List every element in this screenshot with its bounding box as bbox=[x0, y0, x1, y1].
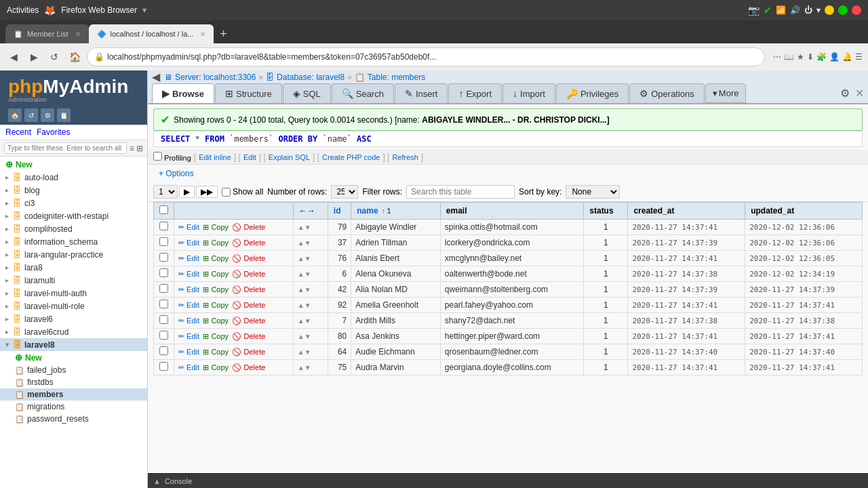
row-checkbox[interactable] bbox=[159, 237, 168, 246]
sidebar-item-new[interactable]: ⊕New bbox=[0, 158, 147, 171]
profiling-checkbox-label[interactable]: Profiling bbox=[153, 152, 191, 162]
page-next-button[interactable]: ▶ bbox=[179, 186, 195, 198]
delete-row-button[interactable]: 🚫 Delete bbox=[232, 332, 265, 341]
sidebar-item-laravel8-new[interactable]: ⊕New bbox=[0, 351, 147, 364]
row-checkbox[interactable] bbox=[159, 315, 168, 324]
breadcrumb-table[interactable]: Table: members bbox=[368, 73, 425, 82]
delete-row-button[interactable]: 🚫 Delete bbox=[232, 363, 265, 372]
page-select[interactable]: 1 bbox=[153, 185, 178, 199]
sidebar-item-failed_jobs[interactable]: 📋failed_jobs bbox=[0, 364, 147, 376]
sidebar-item-information_schema[interactable]: ▸🗄information_schema bbox=[0, 235, 147, 248]
pma-reload-icon[interactable]: ↺ bbox=[24, 108, 38, 122]
copy-row-button[interactable]: ⊞ Copy bbox=[203, 270, 229, 279]
sidebar-item-ci3[interactable]: ▸🗄ci3 bbox=[0, 197, 147, 209]
reader-icon[interactable]: 📖 bbox=[784, 52, 794, 62]
edit-row-button[interactable]: ✏ Edit bbox=[178, 285, 199, 294]
delete-row-button[interactable]: 🚫 Delete bbox=[232, 270, 265, 279]
sidebar-filter-input[interactable] bbox=[4, 142, 127, 154]
titlebar-dropdown-icon[interactable]: ▾ bbox=[142, 5, 146, 15]
row-checkbox[interactable] bbox=[159, 222, 168, 230]
options-link[interactable]: + Options bbox=[153, 166, 199, 181]
breadcrumb-database[interactable]: Database: laravel8 bbox=[277, 73, 344, 82]
rows-select[interactable]: 25 bbox=[331, 185, 358, 199]
alert-icon[interactable]: 🔔 bbox=[842, 52, 852, 62]
sidebar-item-password_resets[interactable]: 📋password_resets bbox=[0, 413, 147, 425]
create-php-link[interactable]: Create PHP code bbox=[322, 153, 380, 161]
tab-import[interactable]: ↓Import bbox=[502, 83, 555, 103]
sort-select[interactable]: None bbox=[566, 185, 620, 199]
copy-row-button[interactable]: ⊞ Copy bbox=[203, 332, 229, 341]
sidebar-item-laravel6crud[interactable]: ▸🗄laravel6crud bbox=[0, 325, 147, 338]
copy-row-button[interactable]: ⊞ Copy bbox=[203, 239, 229, 247]
nav-back-icon[interactable]: ◀ bbox=[152, 70, 160, 83]
pma-home-icon[interactable]: 🏠 bbox=[8, 108, 22, 122]
sidebar-expand-icon[interactable]: ⊞ bbox=[136, 144, 143, 153]
explain-sql-link[interactable]: Explain SQL bbox=[269, 153, 310, 161]
edit-row-button[interactable]: ✏ Edit bbox=[178, 332, 199, 341]
edit-row-button[interactable]: ✏ Edit bbox=[178, 348, 199, 357]
titlebar-close-icon[interactable] bbox=[852, 5, 861, 15]
titlebar-maximize-icon[interactable] bbox=[838, 5, 848, 15]
breadcrumb-server[interactable]: Server: localhost:3306 bbox=[175, 73, 256, 82]
delete-row-button[interactable]: 🚫 Delete bbox=[232, 223, 265, 232]
row-checkbox[interactable] bbox=[159, 346, 168, 355]
recent-link[interactable]: Recent bbox=[5, 127, 31, 137]
edit-row-button[interactable]: ✏ Edit bbox=[178, 254, 199, 263]
tab2-close-icon[interactable]: ✕ bbox=[200, 30, 205, 38]
row-checkbox[interactable] bbox=[159, 284, 168, 293]
tab-browse[interactable]: ▶Browse bbox=[152, 83, 214, 103]
reload-button[interactable]: ↺ bbox=[46, 49, 62, 65]
sidebar-item-auto-load[interactable]: ▸🗄auto-load bbox=[0, 171, 147, 184]
delete-row-button[interactable]: 🚫 Delete bbox=[232, 285, 265, 294]
copy-row-button[interactable]: ⊞ Copy bbox=[203, 348, 229, 357]
pma-log-icon[interactable]: 📋 bbox=[57, 108, 71, 122]
th-id[interactable]: id bbox=[328, 203, 351, 220]
tab-operations[interactable]: ⚙Operations bbox=[629, 83, 705, 103]
sidebar-item-blog[interactable]: ▸🗄blog bbox=[0, 184, 147, 197]
sidebar-item-laravel8[interactable]: ▾🗄laravel8 bbox=[0, 338, 147, 351]
sidebar-item-firstdbs[interactable]: 📋firstdbs bbox=[0, 376, 147, 388]
copy-row-button[interactable]: ⊞ Copy bbox=[203, 223, 229, 232]
edit-row-button[interactable]: ✏ Edit bbox=[178, 363, 199, 372]
copy-row-button[interactable]: ⊞ Copy bbox=[203, 317, 229, 325]
tab-more[interactable]: ▾More bbox=[705, 83, 747, 103]
filter-rows-input[interactable] bbox=[406, 185, 515, 199]
sidebar-item-laramulti[interactable]: ▸🗄laramulti bbox=[0, 274, 147, 287]
copy-row-button[interactable]: ⊞ Copy bbox=[203, 301, 229, 310]
edit-row-button[interactable]: ✏ Edit bbox=[178, 223, 199, 232]
copy-row-button[interactable]: ⊞ Copy bbox=[203, 254, 229, 263]
favorites-link[interactable]: Favorites bbox=[37, 127, 70, 137]
profile-icon[interactable]: 👤 bbox=[829, 52, 840, 62]
home-button[interactable]: 🏠 bbox=[66, 49, 83, 65]
console-toggle-icon[interactable]: ▲ bbox=[153, 477, 161, 485]
refresh-link[interactable]: Refresh bbox=[392, 153, 418, 161]
delete-row-button[interactable]: 🚫 Delete bbox=[232, 317, 265, 325]
delete-row-button[interactable]: 🚫 Delete bbox=[232, 348, 265, 357]
select-all-checkbox[interactable] bbox=[159, 205, 168, 214]
titlebar-minimize-icon[interactable] bbox=[825, 5, 834, 15]
sidebar-item-lara8[interactable]: ▸🗄lara8 bbox=[0, 261, 147, 274]
row-checkbox[interactable] bbox=[159, 268, 168, 277]
star-icon[interactable]: ★ bbox=[797, 52, 804, 62]
new-tab-button[interactable]: + bbox=[214, 24, 233, 43]
tab-phpmyadmin[interactable]: 🔷 localhost / localhost / la... ✕ bbox=[89, 24, 214, 43]
edit-row-button[interactable]: ✏ Edit bbox=[178, 239, 199, 247]
download-icon[interactable]: ⬇ bbox=[807, 52, 814, 62]
show-all-checkbox[interactable] bbox=[222, 188, 231, 197]
menu-icon[interactable]: ☰ bbox=[855, 52, 863, 62]
tab-search[interactable]: 🔍Search bbox=[332, 83, 394, 103]
row-checkbox[interactable] bbox=[159, 253, 168, 262]
tab-insert[interactable]: ✎Insert bbox=[395, 83, 448, 103]
edit-row-button[interactable]: ✏ Edit bbox=[178, 301, 199, 310]
sidebar-item-migrations[interactable]: 📋migrations bbox=[0, 401, 147, 413]
sidebar-collapse-icon[interactable]: ≡ bbox=[130, 144, 134, 153]
page-last-button[interactable]: ▶▶ bbox=[196, 186, 218, 198]
tab-export[interactable]: ↑Export bbox=[448, 83, 502, 103]
tab-structure[interactable]: ⊞Structure bbox=[215, 83, 282, 103]
forward-button[interactable]: ▶ bbox=[26, 49, 42, 65]
delete-row-button[interactable]: 🚫 Delete bbox=[232, 239, 265, 247]
tab-sql[interactable]: ◈SQL bbox=[283, 83, 331, 103]
delete-row-button[interactable]: 🚫 Delete bbox=[232, 301, 265, 310]
edit-row-button[interactable]: ✏ Edit bbox=[178, 270, 199, 279]
edit-inline-link[interactable]: Edit inline bbox=[199, 153, 231, 161]
